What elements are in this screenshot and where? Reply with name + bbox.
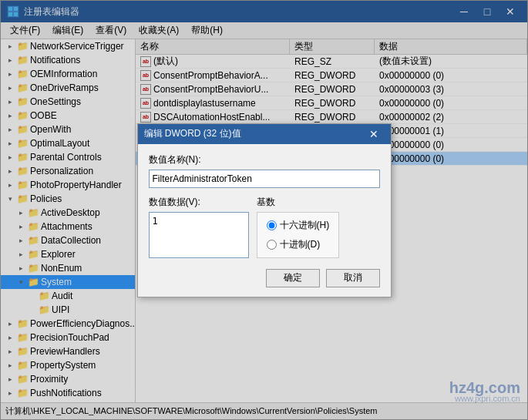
radio-hex[interactable] <box>267 220 277 230</box>
modal-overlay: 编辑 DWORD (32 位)值 ✕ 数值名称(N): 数值数据(V): 1 基… <box>0 0 528 420</box>
radio-hex-text: 十六进制(H) <box>280 219 330 232</box>
modal-ok-button[interactable]: 确定 <box>266 269 320 287</box>
modal-cancel-button[interactable]: 取消 <box>326 269 380 287</box>
modal-value-input[interactable]: 1 <box>149 212 249 258</box>
modal-title-bar: 编辑 DWORD (32 位)值 ✕ <box>138 124 391 144</box>
modal-buttons: 确定 取消 <box>149 266 380 287</box>
modal-value-row: 数值数据(V): 1 基数 十六进制(H) 十进制(D) <box>149 196 380 258</box>
modal-name-label: 数值名称(N): <box>149 153 380 166</box>
modal-radio-group: 十六进制(H) 十进制(D) <box>257 212 340 258</box>
modal-name-input[interactable] <box>149 170 380 188</box>
radio-dec-label[interactable]: 十进制(D) <box>267 238 330 251</box>
radio-dec-text: 十进制(D) <box>280 238 321 251</box>
radio-hex-label[interactable]: 十六进制(H) <box>267 219 330 232</box>
modal-base-label: 基数 <box>257 196 340 209</box>
modal-value-label: 数值数据(V): <box>149 196 249 209</box>
modal-body: 数值名称(N): 数值数据(V): 1 基数 十六进制(H) <box>138 144 391 297</box>
edit-dword-dialog: 编辑 DWORD (32 位)值 ✕ 数值名称(N): 数值数据(V): 1 基… <box>137 123 392 297</box>
radio-dec[interactable] <box>267 240 277 250</box>
modal-base-group: 基数 十六进制(H) 十进制(D) <box>257 196 340 258</box>
modal-close-button[interactable]: ✕ <box>363 126 385 142</box>
modal-title: 编辑 DWORD (32 位)值 <box>144 127 241 140</box>
modal-value-group: 数值数据(V): 1 <box>149 196 249 258</box>
